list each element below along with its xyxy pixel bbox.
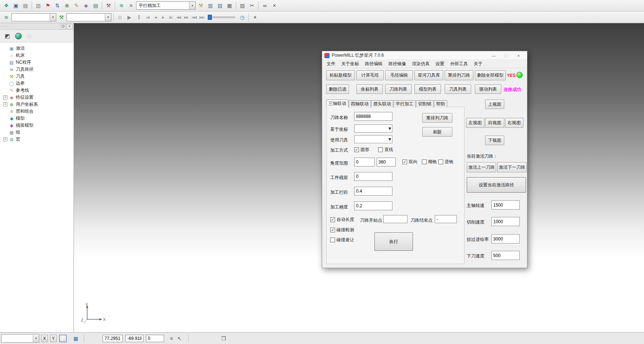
z-axis-button[interactable]: Z [59,335,67,342]
tree-item-activate[interactable]: ▣ 激活 [2,45,74,52]
tree-item-toolpaths[interactable]: ≋ 刀具路径 [2,66,74,73]
line-option[interactable]: 直线 [378,147,393,153]
coord-list-button[interactable]: 坐标列表 [356,84,383,94]
set-active-path-button[interactable]: 设置当前激活路径 [467,177,526,193]
chevron-down-icon[interactable]: ▼ [50,14,56,21]
tree-item-label[interactable]: 宏 [16,136,20,143]
block-icon[interactable]: ▧ [34,1,43,10]
tree-item-patterns[interactable]: ✎ 参考线 [2,87,74,94]
clipping-icon[interactable]: ✂ [248,1,256,10]
calculate-block-icon[interactable]: ⚒ [196,1,205,10]
tree-item-label[interactable]: 组 [16,129,20,136]
tree-item-label[interactable]: 残留模型 [16,122,33,129]
pointer-icon[interactable]: ↖ [176,335,183,342]
expander-icon[interactable]: + [3,102,7,106]
clock-icon[interactable]: ◷ [238,13,246,22]
stepover-input[interactable] [354,187,392,196]
tab-3axis[interactable]: 三轴联动 [326,99,348,108]
tree-item-levels-and-sets[interactable]: ≡ 层和组合 [2,108,74,115]
viewmill-icon[interactable]: ▧ [216,1,224,10]
menu-coords[interactable]: 关于坐标 [338,61,362,67]
tree-item-models[interactable]: ◆ 模型 [2,115,74,122]
auto-length-checkbox[interactable]: ✓ [330,217,335,222]
circle-checkbox[interactable]: ✓ [354,147,359,152]
bottom-view-button[interactable]: 下视图 [485,136,504,145]
workplane-icon[interactable]: ◈ [82,1,90,10]
goto-start-icon[interactable]: |◀◀ [191,13,198,22]
calc-stock-button[interactable]: 计算毛坯 [356,70,384,80]
rearrange-button[interactable]: 重排列刀路 [422,113,452,123]
circle-option[interactable]: ✓ 圆形 [354,147,369,153]
pattern-icon[interactable]: ✎ [72,1,81,10]
start-point-icon[interactable]: ⊕ [63,1,71,10]
strategy-dropdown[interactable]: 平行精加工 ▼ [136,1,196,10]
tree-item-label[interactable]: 模型 [16,115,25,122]
tree-item-label[interactable]: 层和组合 [16,108,33,115]
step-forward-icon[interactable]: ▶ [160,13,167,22]
simulate-icon[interactable]: ▥ [206,1,215,10]
simulation-strategies-icon[interactable]: ≋ [2,13,11,22]
minimize-icon[interactable]: — [487,52,500,60]
spindle-speed-input[interactable] [491,200,520,210]
collision-avoid-option[interactable]: 碰撞避让 [330,237,354,243]
rearrange-toolpaths-button[interactable]: 重排列刀路 [445,70,473,80]
angle-end-input[interactable] [377,158,396,166]
calculator-icon[interactable]: ▦ [225,1,234,10]
simulation-toolpath-dropdown[interactable]: ▼ [11,13,56,21]
tree-item-label[interactable]: 特征设置 [16,94,33,101]
model-list-button[interactable]: 模型列表 [414,84,441,94]
tree-item-boundaries[interactable]: ◯ 边界 [2,80,74,87]
toolpath-list-button[interactable]: 刀路列表 [385,84,412,94]
stock-edit-button[interactable]: 毛坯编辑 [385,70,413,80]
bidirectional-option[interactable]: ✓ 双向 [402,159,417,165]
tab-head[interactable]: 摆头联动 [371,100,393,108]
tree-item-label[interactable]: 用户坐标系 [16,101,38,108]
delete-all-models-button[interactable]: 删除全部模型 [475,70,506,80]
step-back-icon[interactable]: ◀ [152,13,159,22]
tree-item-label[interactable]: 刀具 [16,73,25,80]
angle-start-input[interactable] [354,158,375,166]
globe-icon[interactable] [14,32,22,40]
drive-list-button[interactable]: 驱动列表 [475,84,501,94]
conventional-checkbox[interactable] [438,159,443,164]
tolerance-input[interactable] [354,201,392,210]
end-point-input[interactable] [435,215,457,223]
tree-item-label[interactable]: 参考线 [16,87,29,94]
toolpath-strategies-icon[interactable]: ≋ [117,1,126,10]
tree-item-machine-tools[interactable]: ⌂ 机床 [2,52,74,59]
skim-feed-input[interactable] [491,234,520,243]
tree-item-nc-programs[interactable]: ▤ NC程序 [2,59,74,66]
tree-item-stock-models[interactable]: ◆ 残留模型 [2,122,74,129]
menu-settings[interactable]: 设置 [433,61,447,67]
tab-saw[interactable]: 切割锯 [416,100,434,108]
chevron-down-icon[interactable]: ▼ [33,335,39,342]
feed-rate-icon[interactable]: ⚑ [43,1,52,10]
toolpath-name-input[interactable] [354,112,392,121]
y-axis-button[interactable]: Y [50,335,57,342]
chevron-down-icon[interactable]: ▼ [189,2,195,9]
auto-length-option[interactable]: ✓ 自动长度 [330,217,354,223]
close-icon[interactable]: × [512,52,525,60]
panel-close-icon[interactable]: × [67,24,72,29]
climb-checkbox[interactable] [422,159,427,164]
start-point-input[interactable] [383,215,408,223]
coord-y-input[interactable] [125,335,143,342]
save-project-icon[interactable]: ▣ [11,1,20,10]
expander-icon[interactable]: + [3,137,7,141]
simulation-speed-slider[interactable] [208,14,235,21]
menu-path-mirror[interactable]: 路径镜像 [385,61,409,67]
x-axis-button[interactable]: X [41,335,48,342]
panel-float-icon[interactable]: ⊡ [60,24,66,29]
tab-help[interactable]: 帮助 [434,100,447,108]
tool-list-button[interactable]: 刀具列表 [445,84,471,94]
activate-next-toolpath-button[interactable]: 激活下一刀路 [497,162,527,172]
bidirectional-checkbox[interactable]: ✓ [402,159,407,164]
tool-library-button[interactable]: 星河刀具库 [414,70,443,80]
collision-check-checkbox[interactable]: ✓ [330,228,335,232]
coord-x-input[interactable] [103,335,123,342]
new-project-icon[interactable]: ❖ [2,1,11,10]
statusbar-dropdown[interactable]: ▼ [1,334,39,343]
goto-end-icon[interactable]: ▶▶| [198,13,205,22]
left-view-button[interactable]: 左视图 [466,118,484,128]
tree-item-label[interactable]: 激活 [16,45,25,52]
